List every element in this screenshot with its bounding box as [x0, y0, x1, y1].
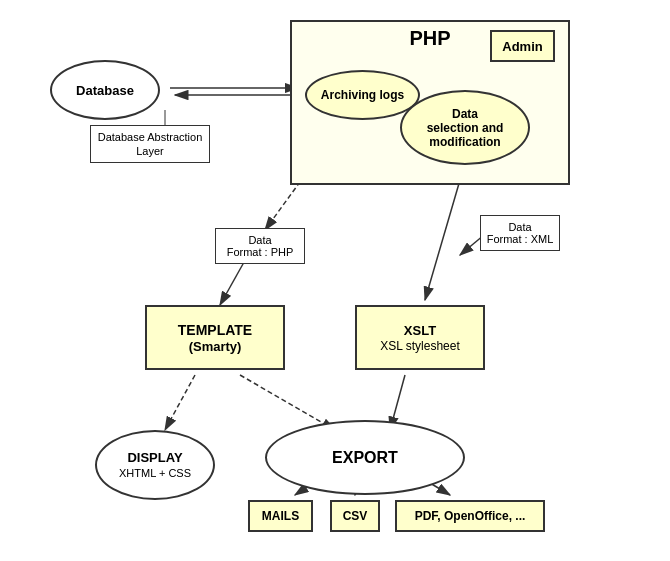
- diagram: PHP Database Database Abstraction Layer …: [0, 0, 670, 561]
- mails-label: MAILS: [262, 509, 299, 523]
- archiving-logs-label: Archiving logs: [321, 88, 404, 102]
- svg-line-10: [240, 375, 335, 430]
- template-node: TEMPLATE(Smarty): [145, 305, 285, 370]
- csv-label: CSV: [343, 509, 368, 523]
- archiving-logs-node: Archiving logs: [305, 70, 420, 120]
- database-label: Database: [76, 83, 134, 98]
- display-label: DISPLAYXHTML + CSS: [119, 450, 191, 480]
- data-format-php-label: DataFormat : PHP: [215, 228, 305, 264]
- template-label: TEMPLATE(Smarty): [178, 322, 252, 354]
- export-label: EXPORT: [332, 449, 398, 467]
- data-selection-node: Dataselection andmodification: [400, 90, 530, 165]
- svg-line-7: [425, 180, 460, 300]
- display-node: DISPLAYXHTML + CSS: [95, 430, 215, 500]
- database-node: Database: [50, 60, 160, 120]
- data-format-xml-label: DataFormat : XML: [480, 215, 560, 251]
- pdf-node: PDF, OpenOffice, ...: [395, 500, 545, 532]
- svg-line-9: [165, 375, 195, 430]
- xslt-node: XSLTXSL stylesheet: [355, 305, 485, 370]
- export-node: EXPORT: [265, 420, 465, 495]
- admin-node: Admin: [490, 30, 555, 62]
- data-selection-label: Dataselection andmodification: [427, 107, 504, 149]
- admin-label: Admin: [502, 39, 542, 54]
- database-abstraction-label: Database Abstraction Layer: [90, 125, 210, 163]
- php-label: PHP: [409, 27, 450, 50]
- pdf-label: PDF, OpenOffice, ...: [415, 509, 526, 523]
- mails-node: MAILS: [248, 500, 313, 532]
- csv-node: CSV: [330, 500, 380, 532]
- xslt-label: XSLTXSL stylesheet: [380, 323, 460, 353]
